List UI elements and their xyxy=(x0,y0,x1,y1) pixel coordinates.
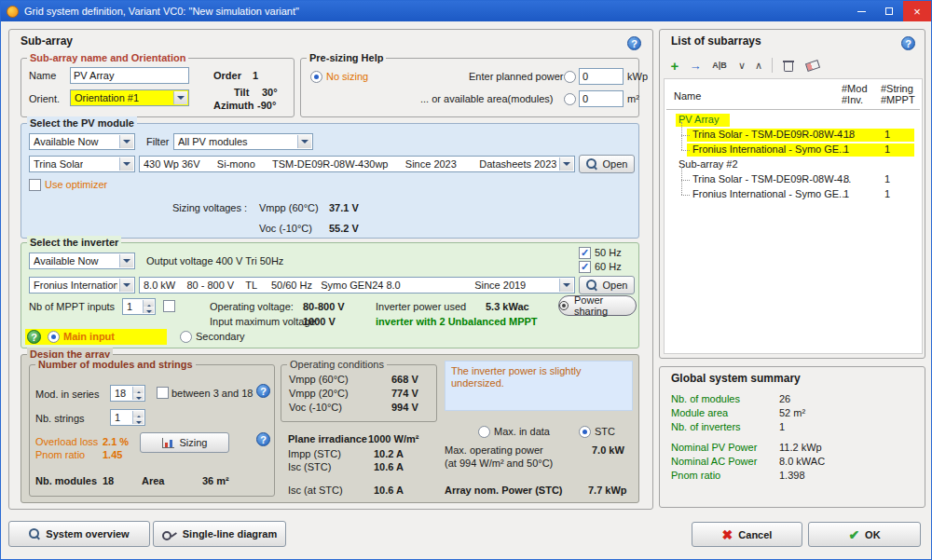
pv-filter-value: All PV modules xyxy=(178,136,248,147)
tree-node-mod: 8 xyxy=(843,173,849,185)
operating-conditions-title: Operating conditions xyxy=(287,358,387,371)
help-glyph: ? xyxy=(31,332,37,343)
stepper-up-icon[interactable] xyxy=(132,387,144,393)
rename-icon[interactable]: A|B xyxy=(710,56,729,75)
hz50-checkbox[interactable] xyxy=(579,247,591,259)
sizing-button[interactable]: Sizing xyxy=(140,432,229,453)
app-icon xyxy=(7,6,19,18)
voc-value: 55.2 V xyxy=(329,223,359,235)
inverter-manufacturer-select[interactable]: Fronius International xyxy=(29,277,135,294)
tree-row[interactable]: Fronius International - Symo GE... 1 1 xyxy=(665,143,922,157)
inverter-model-select[interactable]: 8.0 kW 80 - 800 V TL 50/60 Hz Symo GEN24… xyxy=(139,277,575,294)
tree-node-string: 1 xyxy=(884,173,890,185)
close-button[interactable]: × xyxy=(903,1,931,21)
op-row-value: 774 V xyxy=(391,388,418,400)
single-line-diagram-icon xyxy=(162,527,177,540)
pv-open-label: Open xyxy=(603,158,628,170)
power-sharing-button[interactable]: Power sharing xyxy=(558,295,637,316)
sizing-help-icon[interactable]: ? xyxy=(256,432,270,446)
area-input[interactable] xyxy=(579,90,624,107)
dropdown-arrow-icon xyxy=(297,135,311,148)
stc-radio[interactable] xyxy=(579,426,591,438)
pv-open-button[interactable]: Open xyxy=(579,155,635,173)
area-radio[interactable] xyxy=(564,93,576,105)
tilt-label: Tilt xyxy=(234,87,249,99)
single-line-diagram-button[interactable]: Single-line diagram xyxy=(153,521,286,547)
use-optimizer-checkbox[interactable] xyxy=(29,179,41,191)
mppt-stepper[interactable]: 1 xyxy=(122,298,156,315)
tree-node-mod: 1 xyxy=(843,188,849,200)
output-voltage-label: Output voltage 400 V Tri 50Hz xyxy=(146,255,283,267)
mod-series-stepper[interactable]: 18 xyxy=(110,385,145,402)
max-in-data-radio[interactable] xyxy=(478,426,490,438)
impp-value: 10.2 A xyxy=(374,448,404,460)
subarray-list-panel: List of subarrays ? + → A|B ∨ ∧ Name #Mo… xyxy=(659,29,925,359)
presizing-group: Pre-sizing Help No sizing Enter planned … xyxy=(300,58,639,117)
main-input-radio[interactable] xyxy=(48,331,60,343)
planned-power-radio[interactable] xyxy=(564,71,576,83)
inverter-group: Select the inverter Available Now Output… xyxy=(21,242,639,348)
overload-value: 2.1 % xyxy=(103,436,129,448)
tree-row[interactable]: Sub-array #2 xyxy=(665,157,922,172)
inverter-warning-box: The inverter power is slightly undersize… xyxy=(445,361,633,411)
add-subarray-icon[interactable]: + xyxy=(665,56,684,75)
ok-button[interactable]: ✔ OK xyxy=(808,522,921,547)
tree-row[interactable]: Trina Solar - TSM-DE09R-08W-4... 8 1 xyxy=(665,172,922,187)
between-checkbox[interactable] xyxy=(157,387,169,399)
header-divider xyxy=(666,109,920,110)
ok-check-icon: ✔ xyxy=(848,527,859,542)
no-sizing-radio[interactable] xyxy=(310,71,322,83)
pv-availability-select[interactable]: Available Now xyxy=(29,133,135,150)
isc-at-label: Isc (at STC) xyxy=(288,485,343,497)
tree-row[interactable]: Fronius International - Symo GE... 1 1 xyxy=(665,187,922,202)
tree-row[interactable]: PV Array xyxy=(665,113,922,128)
maximize-button[interactable] xyxy=(875,1,903,21)
modules-strings-title: Number of modules and strings xyxy=(35,358,196,371)
pv-manufacturer-select[interactable]: Trina Solar xyxy=(29,156,135,172)
single-line-diagram-label: Single-line diagram xyxy=(183,528,277,540)
mppt-value: 1 xyxy=(127,301,132,312)
move-subarray-icon[interactable]: → xyxy=(686,56,705,75)
inverter-availability-select[interactable]: Available Now xyxy=(29,253,135,269)
op-row-label: Voc (-10°C) xyxy=(289,402,342,414)
stepper-up-icon[interactable] xyxy=(132,411,144,417)
stepper-down-icon[interactable] xyxy=(132,393,144,400)
clear-icon[interactable] xyxy=(803,56,822,75)
pv-filter-select[interactable]: All PV modules xyxy=(173,133,313,150)
move-up-icon[interactable]: ∧ xyxy=(749,56,768,75)
mppt-checkbox[interactable] xyxy=(163,300,175,312)
pv-module-group: Select the PV module Available Now Filte… xyxy=(21,123,639,239)
stepper-down-icon[interactable] xyxy=(143,307,154,313)
modules-help-icon[interactable]: ? xyxy=(256,384,270,398)
orientation-select[interactable]: Orientation #1 xyxy=(70,89,189,106)
design-group: Design the array Number of modules and s… xyxy=(21,354,639,503)
minimize-button[interactable] xyxy=(847,1,875,21)
list-toolbar: + → A|B ∨ ∧ xyxy=(665,56,917,75)
title-bar[interactable]: Grid system definition, Variant VC0: "Ne… xyxy=(1,1,931,21)
cancel-x-icon: ✖ xyxy=(722,527,733,542)
delete-subarray-icon[interactable] xyxy=(779,56,798,75)
maximize-icon xyxy=(885,7,893,15)
move-down-icon[interactable]: ∨ xyxy=(733,56,751,75)
stepper-up-icon[interactable] xyxy=(143,300,154,307)
system-overview-button[interactable]: System overview xyxy=(8,521,150,547)
trash-icon xyxy=(783,60,794,72)
dropdown-arrow-icon xyxy=(119,279,133,292)
planned-power-input[interactable] xyxy=(579,68,624,85)
list-help-icon[interactable]: ? xyxy=(901,36,915,50)
hz60-checkbox[interactable] xyxy=(579,261,591,273)
stepper-down-icon[interactable] xyxy=(132,417,144,424)
tree-node-label: Sub-array #2 xyxy=(678,158,738,171)
order-label: Order xyxy=(213,70,241,82)
main-input-help-icon[interactable]: ? xyxy=(27,330,41,344)
cancel-button[interactable]: ✖ Cancel xyxy=(692,522,802,547)
secondary-radio[interactable] xyxy=(180,331,192,343)
nb-strings-stepper[interactable]: 1 xyxy=(110,409,145,426)
window-title: Grid system definition, Variant VC0: "Ne… xyxy=(24,6,847,17)
pv-module-select[interactable]: 430 Wp 36V Si-mono TSM-DE09R-08W-430wp S… xyxy=(139,156,575,172)
help-icon[interactable]: ? xyxy=(627,36,641,50)
tree-row[interactable]: Trina Solar - TSM-DE09R-08W-4... 18 1 xyxy=(665,128,922,143)
inverter-open-button[interactable]: Open xyxy=(579,276,635,294)
subarray-name-input[interactable] xyxy=(70,67,189,84)
dropdown-arrow-icon xyxy=(173,91,187,104)
